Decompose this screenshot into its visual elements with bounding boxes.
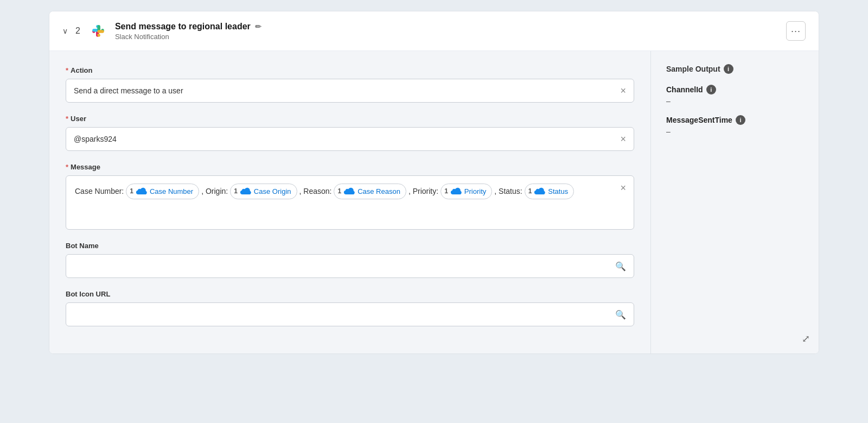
edit-icon[interactable]: ✏ [255,22,261,31]
card-body: * Action Send a direct message to a user… [49,51,819,353]
salesforce-token[interactable]: 1 Priority [441,184,492,199]
salesforce-token[interactable]: 1 Case Reason [334,184,406,199]
sample-panel: Sample Output i ChannelId i – MessageSen… [650,51,819,353]
message-content: Case Number:1 Case Number, Origin:1 Case… [75,184,625,199]
card-subtitle: Slack Notification [115,33,261,41]
card-title-text: Send message to regional leader [115,22,251,31]
message-text-part: Case Number: [75,185,124,198]
user-field-group: * User @sparks924 × [66,115,634,151]
bot-icon-url-input[interactable]: 🔍 [66,302,634,326]
bot-icon-url-search-icon: 🔍 [615,310,626,320]
sample-message-sent-time-value: – [666,127,803,136]
sample-output-title: Sample Output i [666,64,803,74]
sample-channel-id-value: – [666,97,803,105]
slack-icon [88,21,107,41]
channel-id-info-icon[interactable]: i [706,85,716,94]
salesforce-token[interactable]: 1 Case Number [126,184,199,199]
salesforce-token[interactable]: 1 Status [525,184,575,199]
salesforce-token[interactable]: 1 Case Origin [230,184,297,199]
user-input[interactable]: @sparks924 × [66,127,634,151]
message-clear-button[interactable]: × [620,182,626,194]
message-text-part: , Priority: [409,185,438,198]
message-text-part: , Origin: [201,185,228,198]
bot-name-search-icon: 🔍 [615,261,626,272]
action-label: * Action [66,66,634,74]
card-header: ∨ 2 [49,11,819,51]
step-number: 2 [75,26,80,36]
action-value: Send a direct message to a user [74,86,183,95]
bot-name-input[interactable]: 🔍 [66,254,634,278]
message-input[interactable]: Case Number:1 Case Number, Origin:1 Case… [66,175,634,230]
sample-item-channel-id: ChannelId i – [666,85,803,105]
user-required: * [66,115,68,123]
sample-channel-id-title: ChannelId i [666,85,803,94]
sample-output-info-icon[interactable]: i [724,64,733,74]
bot-icon-url-label: Bot Icon URL [66,290,634,298]
card-title-block: Send message to regional leader ✏ Slack … [115,22,261,41]
action-field-group: * Action Send a direct message to a user… [66,66,634,103]
action-required: * [66,66,68,74]
sample-message-sent-time-title: MessageSentTime i [666,115,803,125]
bot-name-field-group: Bot Name 🔍 [66,242,634,278]
user-label: * User [66,115,634,123]
message-field-group: * Message Case Number:1 Case Number, Ori… [66,163,634,230]
message-required: * [66,163,68,171]
expand-button[interactable]: ⤢ [802,333,810,345]
form-panel: * Action Send a direct message to a user… [49,51,650,353]
message-text-part: , Reason: [299,185,332,198]
message-sent-time-info-icon[interactable]: i [736,115,745,125]
chevron-icon[interactable]: ∨ [62,27,68,35]
bot-icon-url-field-group: Bot Icon URL 🔍 [66,290,634,326]
message-label: * Message [66,163,634,171]
more-options-button[interactable]: ··· [786,21,806,41]
user-clear-button[interactable]: × [620,134,626,144]
action-input[interactable]: Send a direct message to a user × [66,79,634,103]
bot-name-label: Bot Name [66,242,634,250]
action-clear-button[interactable]: × [620,86,626,96]
message-text-part: , Status: [494,185,522,198]
user-value: @sparks924 [74,135,117,143]
sample-item-message-sent-time: MessageSentTime i – [666,115,803,136]
